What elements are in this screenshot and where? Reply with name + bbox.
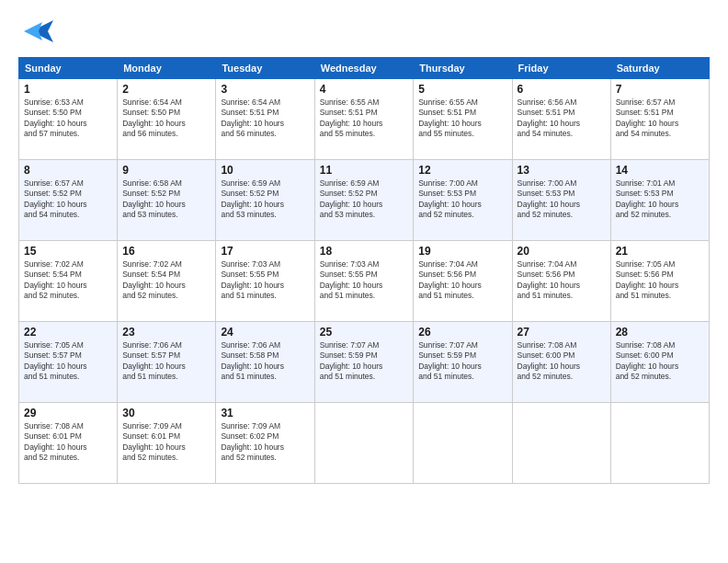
calendar-cell: 22Sunrise: 7:05 AM Sunset: 5:57 PM Dayli… [19,322,118,403]
calendar-week-1: 1Sunrise: 6:53 AM Sunset: 5:50 PM Daylig… [19,79,710,160]
day-number: 23 [122,326,210,339]
calendar-cell: 9Sunrise: 6:58 AM Sunset: 5:52 PM Daylig… [118,160,216,241]
day-number: 12 [418,164,506,177]
day-info: Sunrise: 7:04 AM Sunset: 5:56 PM Dayligh… [418,259,506,302]
day-info: Sunrise: 7:02 AM Sunset: 5:54 PM Dayligh… [24,259,112,302]
day-info: Sunrise: 6:58 AM Sunset: 5:52 PM Dayligh… [122,178,210,221]
calendar-week-3: 15Sunrise: 7:02 AM Sunset: 5:54 PM Dayli… [19,241,710,322]
calendar-header-thursday: Thursday [414,58,512,79]
calendar-cell: 16Sunrise: 7:02 AM Sunset: 5:54 PM Dayli… [118,241,216,322]
day-info: Sunrise: 7:03 AM Sunset: 5:55 PM Dayligh… [320,259,409,302]
calendar-week-4: 22Sunrise: 7:05 AM Sunset: 5:57 PM Dayli… [19,322,710,403]
calendar-cell [414,403,512,484]
calendar-cell: 19Sunrise: 7:04 AM Sunset: 5:56 PM Dayli… [414,241,512,322]
day-number: 31 [221,407,309,419]
day-number: 19 [418,245,506,258]
calendar-header-monday: Monday [118,58,216,79]
day-info: Sunrise: 6:59 AM Sunset: 5:52 PM Dayligh… [320,178,409,221]
calendar-cell: 12Sunrise: 7:00 AM Sunset: 5:53 PM Dayli… [414,160,512,241]
calendar-cell: 17Sunrise: 7:03 AM Sunset: 5:55 PM Dayli… [216,241,314,322]
day-number: 22 [24,326,112,339]
day-info: Sunrise: 6:55 AM Sunset: 5:51 PM Dayligh… [418,98,506,140]
day-number: 15 [24,245,112,258]
day-info: Sunrise: 6:59 AM Sunset: 5:52 PM Dayligh… [221,178,309,221]
calendar-cell: 13Sunrise: 7:00 AM Sunset: 5:53 PM Dayli… [512,160,610,241]
day-info: Sunrise: 7:04 AM Sunset: 5:56 PM Dayligh… [518,259,606,302]
day-number: 24 [221,326,309,339]
calendar-cell: 24Sunrise: 7:06 AM Sunset: 5:58 PM Dayli… [216,322,314,403]
calendar-cell: 11Sunrise: 6:59 AM Sunset: 5:52 PM Dayli… [314,160,414,241]
day-info: Sunrise: 7:03 AM Sunset: 5:55 PM Dayligh… [221,259,309,302]
day-info: Sunrise: 6:55 AM Sunset: 5:51 PM Dayligh… [320,98,409,140]
day-info: Sunrise: 7:08 AM Sunset: 6:00 PM Dayligh… [518,340,606,383]
day-number: 6 [518,83,606,96]
calendar-cell: 14Sunrise: 7:01 AM Sunset: 5:53 PM Dayli… [610,160,709,241]
day-number: 18 [320,245,409,258]
day-info: Sunrise: 6:57 AM Sunset: 5:51 PM Dayligh… [616,98,704,140]
day-number: 30 [122,407,210,419]
calendar-week-5: 29Sunrise: 7:08 AM Sunset: 6:01 PM Dayli… [19,403,710,484]
day-number: 14 [616,164,704,177]
day-number: 27 [518,326,606,339]
calendar-header-friday: Friday [512,58,610,79]
calendar-cell: 10Sunrise: 6:59 AM Sunset: 5:52 PM Dayli… [216,160,314,241]
logo-icon [24,18,53,48]
calendar-cell: 31Sunrise: 7:09 AM Sunset: 6:02 PM Dayli… [216,403,314,484]
day-info: Sunrise: 6:57 AM Sunset: 5:52 PM Dayligh… [24,178,112,221]
day-number: 28 [616,326,704,339]
calendar-cell: 25Sunrise: 7:07 AM Sunset: 5:59 PM Dayli… [314,322,414,403]
calendar-cell: 21Sunrise: 7:05 AM Sunset: 5:56 PM Dayli… [610,241,709,322]
day-number: 7 [616,83,704,96]
day-number: 5 [418,83,506,96]
day-info: Sunrise: 7:00 AM Sunset: 5:53 PM Dayligh… [418,178,506,221]
day-info: Sunrise: 6:53 AM Sunset: 5:50 PM Dayligh… [24,98,112,140]
calendar-cell: 20Sunrise: 7:04 AM Sunset: 5:56 PM Dayli… [512,241,610,322]
calendar-cell: 23Sunrise: 7:06 AM Sunset: 5:57 PM Dayli… [118,322,216,403]
day-number: 11 [320,164,409,177]
day-info: Sunrise: 7:06 AM Sunset: 5:57 PM Dayligh… [122,340,210,383]
calendar-cell: 26Sunrise: 7:07 AM Sunset: 5:59 PM Dayli… [414,322,512,403]
calendar-week-2: 8Sunrise: 6:57 AM Sunset: 5:52 PM Daylig… [19,160,710,241]
day-info: Sunrise: 7:07 AM Sunset: 5:59 PM Dayligh… [418,340,506,383]
day-number: 13 [518,164,606,177]
day-number: 26 [418,326,506,339]
calendar-cell: 6Sunrise: 6:56 AM Sunset: 5:51 PM Daylig… [512,79,610,160]
day-number: 29 [24,407,112,419]
day-info: Sunrise: 7:01 AM Sunset: 5:53 PM Dayligh… [616,178,704,221]
calendar-header-row: SundayMondayTuesdayWednesdayThursdayFrid… [19,58,710,79]
calendar-header-tuesday: Tuesday [216,58,314,79]
day-info: Sunrise: 6:54 AM Sunset: 5:51 PM Dayligh… [221,98,309,140]
day-number: 1 [24,83,112,96]
day-number: 2 [122,83,210,96]
calendar-cell: 5Sunrise: 6:55 AM Sunset: 5:51 PM Daylig… [414,79,512,160]
calendar: SundayMondayTuesdayWednesdayThursdayFrid… [18,57,710,484]
day-number: 9 [122,164,210,177]
day-info: Sunrise: 7:00 AM Sunset: 5:53 PM Dayligh… [518,178,606,221]
calendar-cell: 1Sunrise: 6:53 AM Sunset: 5:50 PM Daylig… [19,79,118,160]
calendar-header-sunday: Sunday [19,58,118,79]
calendar-cell: 27Sunrise: 7:08 AM Sunset: 6:00 PM Dayli… [512,322,610,403]
day-number: 17 [221,245,309,258]
calendar-cell [610,403,709,484]
calendar-header-saturday: Saturday [610,58,709,79]
calendar-cell: 3Sunrise: 6:54 AM Sunset: 5:51 PM Daylig… [216,79,314,160]
day-info: Sunrise: 7:02 AM Sunset: 5:54 PM Dayligh… [122,259,210,302]
day-number: 20 [518,245,606,258]
calendar-cell: 7Sunrise: 6:57 AM Sunset: 5:51 PM Daylig… [610,79,709,160]
day-number: 3 [221,83,309,96]
day-number: 25 [320,326,409,339]
calendar-cell: 2Sunrise: 6:54 AM Sunset: 5:50 PM Daylig… [118,79,216,160]
page: SundayMondayTuesdayWednesdayThursdayFrid… [0,0,728,563]
calendar-cell: 28Sunrise: 7:08 AM Sunset: 6:00 PM Dayli… [610,322,709,403]
day-info: Sunrise: 7:05 AM Sunset: 5:57 PM Dayligh… [24,340,112,383]
calendar-cell: 8Sunrise: 6:57 AM Sunset: 5:52 PM Daylig… [19,160,118,241]
day-info: Sunrise: 7:07 AM Sunset: 5:59 PM Dayligh… [320,340,409,383]
calendar-cell: 18Sunrise: 7:03 AM Sunset: 5:55 PM Dayli… [314,241,414,322]
calendar-cell: 15Sunrise: 7:02 AM Sunset: 5:54 PM Dayli… [19,241,118,322]
day-info: Sunrise: 6:56 AM Sunset: 5:51 PM Dayligh… [518,98,606,140]
day-info: Sunrise: 7:09 AM Sunset: 6:02 PM Dayligh… [221,421,309,464]
calendar-cell: 30Sunrise: 7:09 AM Sunset: 6:01 PM Dayli… [118,403,216,484]
day-number: 21 [616,245,704,258]
calendar-header-wednesday: Wednesday [314,58,414,79]
day-info: Sunrise: 7:08 AM Sunset: 6:00 PM Dayligh… [616,340,704,383]
